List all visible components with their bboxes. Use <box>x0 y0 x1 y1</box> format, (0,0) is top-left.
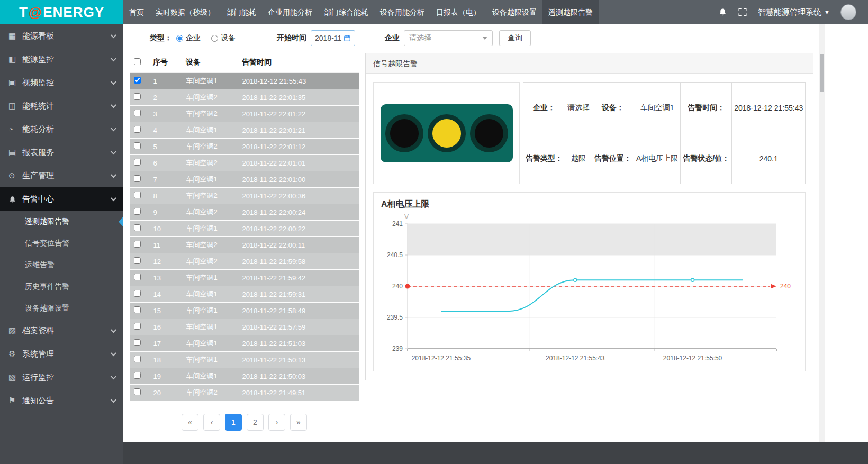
page-button[interactable]: ‹ <box>203 414 220 431</box>
row-checkbox-cell <box>130 106 149 122</box>
table-row[interactable]: 12车间空调22018-11-22 21:59:58 <box>130 253 359 270</box>
system-title-dropdown[interactable]: 智慧能源管理系统▼ <box>758 7 830 17</box>
sidebar-item-report[interactable]: ▤报表服务 <box>0 141 123 164</box>
table-row[interactable]: 19车间空调12018-11-22 21:50:03 <box>130 368 359 385</box>
fullscreen-icon[interactable] <box>738 7 747 17</box>
sidebar-item-system[interactable]: ⚙系统管理 <box>0 342 123 366</box>
row-checkbox[interactable] <box>134 356 141 362</box>
table-row[interactable]: 4车间空调12018-11-22 22:01:21 <box>130 122 359 139</box>
header-time: 告警时间 <box>238 53 359 72</box>
select-all-checkbox[interactable] <box>134 58 141 65</box>
row-checkbox[interactable] <box>134 93 141 100</box>
row-checkbox[interactable] <box>134 224 141 231</box>
sidebar-subitem[interactable]: 信号变位告警 <box>0 232 123 254</box>
row-checkbox[interactable] <box>134 77 141 84</box>
sidebar-item-video[interactable]: ▣视频监控 <box>0 71 123 94</box>
row-checkbox[interactable] <box>134 372 141 379</box>
chart-box: A相电压上限 239239.5240240.5241V2018-12-12 21… <box>373 192 806 371</box>
system-icon: ⚙ <box>8 349 22 359</box>
type-radio[interactable] <box>211 35 218 42</box>
sidebar-subitem[interactable]: 历史事件告警 <box>0 276 123 297</box>
cell-device: 车间空调1 <box>182 368 238 385</box>
top-nav-item[interactable]: 部门综合能耗 <box>318 0 374 24</box>
company-select[interactable]: 请选择 <box>404 30 493 46</box>
radio-option[interactable]: 设备 <box>211 33 236 43</box>
sidebar-subitem[interactable]: 设备越限设置 <box>0 297 123 319</box>
cell-no: 18 <box>149 352 182 368</box>
row-checkbox[interactable] <box>134 241 141 248</box>
table-row[interactable]: 17车间空调12018-11-22 21:51:03 <box>130 335 359 352</box>
table-row[interactable]: 18车间空调12018-11-22 21:50:13 <box>130 352 359 368</box>
row-checkbox[interactable] <box>134 339 141 346</box>
table-row[interactable]: 15车间空调12018-11-22 21:58:49 <box>130 303 359 319</box>
row-checkbox[interactable] <box>134 126 141 133</box>
sidebar-item-monitor[interactable]: ◧能源监控 <box>0 48 123 71</box>
table-row[interactable]: 14车间空调12018-11-22 21:59:31 <box>130 286 359 303</box>
svg-text:240: 240 <box>392 283 403 290</box>
page-button[interactable]: » <box>290 414 307 431</box>
scrollbar-track[interactable] <box>819 24 825 442</box>
table-row[interactable]: 7车间空调12018-11-22 22:01:00 <box>130 171 359 188</box>
row-checkbox[interactable] <box>134 159 141 166</box>
table-row[interactable]: 13车间空调12018-11-22 21:59:42 <box>130 270 359 286</box>
svg-text:240: 240 <box>780 283 791 290</box>
row-checkbox[interactable] <box>134 323 141 330</box>
top-nav-item[interactable]: 设备用能分析 <box>374 0 430 24</box>
bell-icon[interactable] <box>718 8 727 17</box>
page-button[interactable]: 1 <box>225 414 242 431</box>
top-nav-item[interactable]: 日报表（电） <box>430 0 486 24</box>
sidebar-item-production[interactable]: ⊙生产管理 <box>0 164 123 187</box>
start-time-input[interactable]: 2018-11 <box>311 30 355 46</box>
table-row[interactable]: 20车间空调22018-11-22 21:49:51 <box>130 385 359 401</box>
row-checkbox[interactable] <box>134 110 141 116</box>
row-checkbox-cell <box>130 204 149 221</box>
query-button[interactable]: 查询 <box>499 30 531 46</box>
table-row[interactable]: 8车间空调22018-11-22 22:00:36 <box>130 188 359 204</box>
cell-no: 11 <box>149 237 182 253</box>
sidebar-item-dashboard[interactable]: ▦能源看板 <box>0 24 123 48</box>
top-nav-item[interactable]: 遥测越限告警 <box>542 0 599 24</box>
type-radio[interactable] <box>176 35 183 42</box>
sidebar-subitem[interactable]: 遥测越限告警 <box>0 211 123 232</box>
row-checkbox[interactable] <box>134 257 141 264</box>
radio-option[interactable]: 企业 <box>176 33 201 43</box>
row-checkbox[interactable] <box>134 306 141 313</box>
page-button[interactable]: 2 <box>247 414 264 431</box>
table-row[interactable]: 5车间空调22018-11-22 22:01:12 <box>130 139 359 155</box>
row-checkbox[interactable] <box>134 388 141 395</box>
table-row[interactable]: 1车间空调12018-12-12 21:55:43 <box>130 72 359 89</box>
table-row[interactable]: 9车间空调22018-11-22 22:00:24 <box>130 204 359 221</box>
table-row[interactable]: 11车间空调22018-11-22 22:00:11 <box>130 237 359 253</box>
table-row[interactable]: 2车间空调22018-11-22 22:01:35 <box>130 89 359 106</box>
table-row[interactable]: 16车间空调12018-11-22 21:57:59 <box>130 319 359 335</box>
avatar[interactable] <box>840 4 856 20</box>
sidebar-subitem[interactable]: 运维告警 <box>0 254 123 276</box>
top-nav-item[interactable]: 企业用能分析 <box>262 0 318 24</box>
row-checkbox[interactable] <box>134 274 141 280</box>
sidebar: ▦能源看板◧能源监控▣视频监控◫能耗统计◔能耗分析▤报表服务⊙生产管理告警中心遥… <box>0 24 123 464</box>
table-row[interactable]: 3车间空调22018-11-22 22:01:22 <box>130 106 359 122</box>
sidebar-item-operation[interactable]: ▧运行监控 <box>0 366 123 389</box>
scrollbar-thumb[interactable] <box>820 54 824 92</box>
cell-no: 19 <box>149 368 182 385</box>
table-row[interactable]: 10车间空调12018-11-22 22:00:22 <box>130 221 359 237</box>
page-button[interactable]: › <box>268 414 285 431</box>
sidebar-item-notice[interactable]: ⚑通知公告 <box>0 389 123 412</box>
sidebar-item-stats[interactable]: ◫能耗统计 <box>0 94 123 117</box>
row-checkbox[interactable] <box>134 175 141 182</box>
info-status-value: 240.1 <box>732 133 806 184</box>
table-row[interactable]: 6车间空调22018-11-22 22:01:01 <box>130 155 359 171</box>
sidebar-item-alarm[interactable]: 告警中心 <box>0 187 123 211</box>
top-nav-item[interactable]: 首页 <box>123 0 150 24</box>
row-checkbox[interactable] <box>134 192 141 198</box>
row-checkbox[interactable] <box>134 290 141 297</box>
row-checkbox[interactable] <box>134 142 141 149</box>
top-nav-item[interactable]: 设备越限设置 <box>486 0 542 24</box>
sidebar-item-analysis[interactable]: ◔能耗分析 <box>0 117 123 141</box>
top-nav-item[interactable]: 部门能耗 <box>221 0 262 24</box>
row-checkbox[interactable] <box>134 208 141 215</box>
top-nav-item[interactable]: 实时数据（秒级） <box>150 0 221 24</box>
sidebar-item-archive[interactable]: ▨档案资料 <box>0 319 123 342</box>
top-nav: 首页实时数据（秒级）部门能耗企业用能分析部门综合能耗设备用能分析日报表（电）设备… <box>123 0 599 24</box>
page-button[interactable]: « <box>182 414 198 431</box>
